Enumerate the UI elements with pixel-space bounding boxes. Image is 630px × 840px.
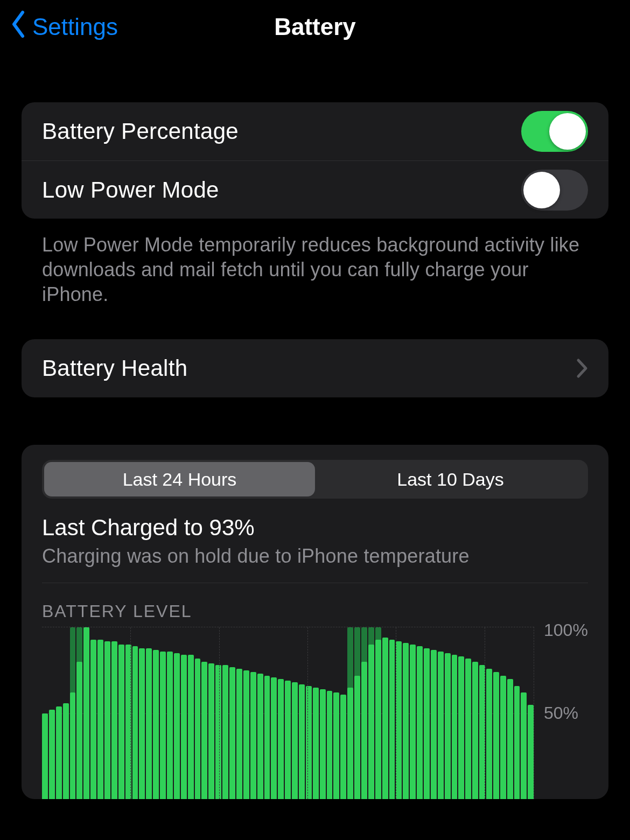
y-axis: 100% 50% 0 <box>534 627 588 799</box>
chart-bar <box>313 688 319 799</box>
y-tick-50: 50% <box>544 703 578 723</box>
divider <box>42 583 588 583</box>
last-charged-title: Last Charged to 93% <box>42 515 588 541</box>
chart-bar <box>306 686 312 800</box>
chart-bar <box>257 674 263 799</box>
battery-level-chart-title: BATTERY LEVEL <box>42 601 588 621</box>
last-charged-block: Last Charged to 93% Charging was on hold… <box>42 515 588 568</box>
segment-last-10-days[interactable]: Last 10 Days <box>315 462 586 496</box>
row-label: Battery Health <box>42 355 187 381</box>
chart-bar <box>382 638 388 799</box>
chart-bar <box>521 692 527 799</box>
chart-bar <box>174 653 180 799</box>
chart-bar <box>229 667 235 800</box>
chart-bar <box>243 670 249 799</box>
chart-bar <box>56 706 62 799</box>
chart-bar <box>465 659 471 800</box>
chart-bar <box>132 646 138 799</box>
chart-bar <box>76 627 82 799</box>
chart-bar <box>445 653 451 799</box>
chart-bar <box>181 655 187 799</box>
usage-group: Last 24 Hours Last 10 Days Last Charged … <box>22 445 608 799</box>
row-label: Low Power Mode <box>42 177 219 203</box>
chart-bar <box>285 681 291 799</box>
chart-bar <box>97 640 103 800</box>
chart-bar <box>320 689 326 799</box>
chart-bar <box>528 705 534 799</box>
chart-bar <box>452 655 458 799</box>
chevron-right-icon <box>576 358 588 379</box>
chart-bar <box>424 648 430 800</box>
row-label: Battery Percentage <box>42 118 239 144</box>
chart-bar <box>104 641 110 799</box>
chart-bar <box>438 652 444 799</box>
back-button[interactable]: Settings <box>10 0 118 54</box>
page-title: Battery <box>274 13 356 40</box>
chart-bar <box>167 652 173 799</box>
chart-bar <box>222 665 228 799</box>
chart-bar <box>340 695 346 800</box>
chart-bar <box>389 640 395 800</box>
chart-bar <box>507 679 513 799</box>
chart-bar <box>410 645 416 799</box>
chart-bar <box>403 643 409 799</box>
toggle-battery-percentage[interactable] <box>521 111 588 152</box>
chart-bar <box>250 672 256 799</box>
chart-bar <box>368 627 374 799</box>
y-tick-100: 100% <box>544 620 588 640</box>
health-group: Battery Health <box>22 339 608 397</box>
chart-bar <box>49 710 55 799</box>
chart-bar <box>139 648 145 800</box>
chart-bar <box>278 679 284 799</box>
chart-bar <box>431 650 437 800</box>
low-power-mode-description: Low Power Mode temporarily reduces backg… <box>42 233 588 307</box>
chart-bar <box>146 648 152 800</box>
chart-bar <box>493 672 499 799</box>
battery-level-chart: 100% 50% 0 <box>42 627 588 799</box>
chart-bar <box>514 686 520 800</box>
chart-bar <box>153 650 159 800</box>
chart-bar <box>486 669 492 799</box>
chart-bar <box>299 684 305 800</box>
nav-bar: Settings Battery <box>0 0 630 54</box>
chart-bar <box>354 627 360 799</box>
chart-bar <box>264 676 270 800</box>
chart-bar <box>292 682 298 799</box>
chart-bar <box>111 641 117 799</box>
chart-bar <box>118 645 124 799</box>
chart-bar <box>361 627 367 799</box>
chart-bar <box>160 652 166 799</box>
back-label: Settings <box>32 13 118 40</box>
chart-bar <box>472 662 478 799</box>
chart-bar <box>417 646 423 799</box>
chart-bar <box>195 659 201 800</box>
chart-bar <box>208 663 214 799</box>
last-charged-subtitle: Charging was on hold due to iPhone tempe… <box>42 545 588 568</box>
row-battery-health[interactable]: Battery Health <box>22 339 608 397</box>
row-low-power-mode[interactable]: Low Power Mode <box>22 160 608 219</box>
chart-bar <box>327 691 333 799</box>
chart-bar <box>70 627 76 799</box>
chart-bar <box>347 627 353 799</box>
toggle-low-power-mode[interactable] <box>521 170 588 211</box>
chart-bar <box>236 669 242 799</box>
chart-bar <box>396 641 402 799</box>
chart-bar <box>201 662 207 799</box>
chart-bar <box>375 627 381 799</box>
chart-bar <box>333 692 339 799</box>
chevron-left-icon <box>10 10 32 44</box>
chart-bar <box>500 676 506 800</box>
chart-bar <box>188 655 194 799</box>
chart-bar <box>83 627 89 799</box>
chart-bar <box>63 703 69 800</box>
chart-bar <box>42 713 48 800</box>
toggles-group: Battery Percentage Low Power Mode <box>22 102 608 219</box>
segment-last-24-hours[interactable]: Last 24 Hours <box>44 462 315 496</box>
row-battery-percentage[interactable]: Battery Percentage <box>22 102 608 160</box>
chart-bar <box>271 677 277 799</box>
chart-bar <box>90 640 96 800</box>
chart-bar <box>458 656 464 799</box>
time-range-segmented-control: Last 24 Hours Last 10 Days <box>42 460 588 499</box>
